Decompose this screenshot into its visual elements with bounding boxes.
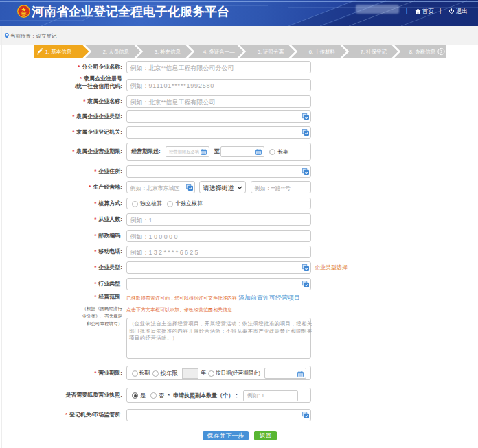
svg-text:5. 证照分离: 5. 证照分离 — [258, 49, 284, 55]
svg-text:2. 人员信息: 2. 人员信息 — [103, 49, 130, 55]
svg-text:1. 基本信息: 1. 基本信息 — [45, 49, 72, 55]
svg-text:3. 补充信息: 3. 补充信息 — [155, 49, 181, 55]
svg-text:7. 社保登记: 7. 社保登记 — [361, 49, 387, 55]
svg-text:6. 上传材料: 6. 上传材料 — [309, 49, 336, 55]
svg-text:4. 多证合一—: 4. 多证合一— — [203, 49, 235, 55]
svg-text:8. 办税信息: 8. 办税信息 — [409, 49, 436, 55]
